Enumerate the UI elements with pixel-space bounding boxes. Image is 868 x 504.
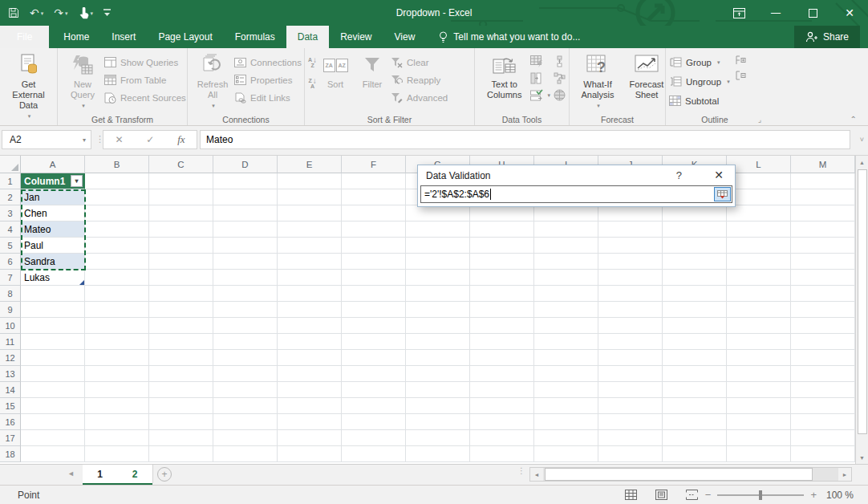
cell-A1[interactable]: Column1▾ — [21, 173, 85, 189]
cell-C1[interactable] — [149, 173, 213, 189]
cell-G16[interactable] — [406, 414, 470, 430]
cell-K4[interactable] — [663, 222, 727, 238]
cell-B8[interactable] — [85, 286, 149, 302]
cell-D17[interactable] — [213, 430, 278, 446]
cell-E2[interactable] — [278, 189, 342, 205]
cell-I14[interactable] — [534, 382, 598, 398]
cell-D4[interactable] — [213, 222, 278, 238]
confirm-entry-button[interactable]: ✓ — [146, 134, 154, 145]
cell-H8[interactable] — [470, 286, 534, 302]
what-if-analysis-button[interactable]: ? What-If Analysis ▾ — [573, 51, 623, 112]
redo-dropdown-caret-icon[interactable]: ▾ — [65, 10, 68, 16]
cell-E18[interactable] — [278, 446, 342, 462]
cell-H12[interactable] — [470, 350, 534, 366]
cell-D7[interactable] — [213, 270, 278, 286]
maximize-button[interactable] — [794, 0, 831, 26]
cell-A5[interactable]: Paul — [21, 238, 85, 254]
reapply-filter-button[interactable]: Reapply — [391, 72, 448, 87]
formula-input[interactable]: Mateo — [200, 130, 850, 149]
row-header-4[interactable]: 4 — [0, 222, 21, 238]
cell-M10[interactable] — [791, 318, 855, 334]
clear-filter-button[interactable]: Clear — [391, 55, 448, 70]
collapse-dialog-button[interactable] — [714, 187, 731, 201]
cell-B16[interactable] — [85, 414, 149, 430]
cell-E9[interactable] — [278, 302, 342, 318]
cell-M6[interactable] — [791, 254, 855, 270]
cell-I3[interactable] — [534, 205, 598, 222]
cell-B1[interactable] — [85, 173, 149, 189]
cell-J7[interactable] — [598, 270, 663, 286]
tell-me-box[interactable]: Tell me what you want to do... — [439, 26, 580, 48]
cell-K15[interactable] — [663, 398, 727, 414]
cell-M18[interactable] — [791, 446, 855, 462]
sort-button[interactable]: ZA AZ Sort — [317, 51, 354, 91]
cell-J9[interactable] — [598, 302, 663, 318]
remove-duplicates-icon[interactable] — [530, 72, 544, 84]
cell-I10[interactable] — [534, 318, 598, 334]
cell-B4[interactable] — [85, 222, 149, 238]
cell-I6[interactable] — [534, 254, 598, 270]
touch-mode-caret-icon[interactable]: ▾ — [91, 10, 94, 16]
cell-F18[interactable] — [342, 446, 406, 462]
cell-M3[interactable] — [791, 205, 855, 222]
cell-J5[interactable] — [598, 238, 663, 254]
cell-J12[interactable] — [598, 350, 663, 366]
row-header-16[interactable]: 16 — [0, 414, 21, 430]
cell-J3[interactable] — [598, 205, 663, 222]
cell-K11[interactable] — [663, 334, 727, 350]
cell-E4[interactable] — [278, 222, 342, 238]
cell-K5[interactable] — [663, 238, 727, 254]
cell-L7[interactable] — [727, 270, 791, 286]
insert-function-button[interactable]: fx — [177, 133, 185, 146]
cell-C8[interactable] — [149, 286, 213, 302]
tab-file[interactable]: File — [0, 26, 49, 48]
cell-J8[interactable] — [598, 286, 663, 302]
cell-B18[interactable] — [85, 446, 149, 462]
cell-L9[interactable] — [727, 302, 791, 318]
cell-L5[interactable] — [727, 238, 791, 254]
cell-D6[interactable] — [213, 254, 278, 270]
cell-D11[interactable] — [213, 334, 278, 350]
cell-K7[interactable] — [663, 270, 727, 286]
cell-H15[interactable] — [470, 398, 534, 414]
cell-B2[interactable] — [85, 189, 149, 205]
from-table-button[interactable]: From Table — [104, 72, 186, 87]
cell-A18[interactable] — [21, 446, 85, 462]
cell-D5[interactable] — [213, 238, 278, 254]
cell-E15[interactable] — [278, 398, 342, 414]
column-header-D[interactable]: D — [213, 156, 278, 173]
cell-F5[interactable] — [342, 238, 406, 254]
properties-button[interactable]: Properties — [234, 72, 302, 87]
cell-C15[interactable] — [149, 398, 213, 414]
cell-C5[interactable] — [149, 238, 213, 254]
cell-E1[interactable] — [278, 173, 342, 189]
scroll-right-icon[interactable]: ► — [838, 468, 851, 481]
manage-data-model-icon[interactable] — [554, 89, 566, 101]
cell-G8[interactable] — [406, 286, 470, 302]
cell-M5[interactable] — [791, 238, 855, 254]
cell-D16[interactable] — [213, 414, 278, 430]
save-button[interactable] — [8, 7, 19, 18]
cell-F17[interactable] — [342, 430, 406, 446]
cell-K10[interactable] — [663, 318, 727, 334]
cancel-entry-button[interactable]: ✕ — [115, 134, 123, 145]
minimize-button[interactable]: — — [757, 0, 794, 26]
cell-H14[interactable] — [470, 382, 534, 398]
redo-button[interactable]: ↷▾ — [54, 7, 67, 18]
cell-C10[interactable] — [149, 318, 213, 334]
cell-L6[interactable] — [727, 254, 791, 270]
cell-B5[interactable] — [85, 238, 149, 254]
cell-B14[interactable] — [85, 382, 149, 398]
edit-links-button[interactable]: Edit Links — [234, 90, 302, 105]
close-button[interactable]: ✕ — [831, 0, 868, 26]
cell-E16[interactable] — [278, 414, 342, 430]
cell-J4[interactable] — [598, 222, 663, 238]
cell-K17[interactable] — [663, 430, 727, 446]
cell-H5[interactable] — [470, 238, 534, 254]
data-validation-caret-icon[interactable]: ▾ — [547, 92, 550, 99]
cell-G4[interactable] — [406, 222, 470, 238]
cell-J17[interactable] — [598, 430, 663, 446]
tab-data[interactable]: Data — [286, 26, 329, 48]
cell-A12[interactable] — [21, 350, 85, 366]
cell-G10[interactable] — [406, 318, 470, 334]
